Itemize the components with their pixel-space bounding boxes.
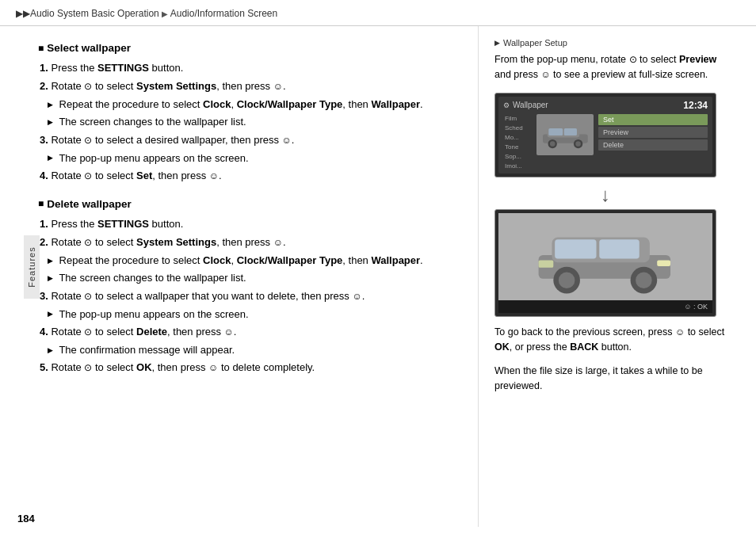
car-large-preview: [498, 213, 712, 300]
step-dw-1: 1. Press the SETTINGS button.: [38, 216, 462, 232]
svg-rect-11: [600, 239, 640, 258]
select-wallpaper-section: Select wallpaper 1. Press the SETTINGS b…: [38, 42, 462, 184]
side-item-tone: Tone: [503, 143, 532, 151]
select-wallpaper-heading: Select wallpaper: [38, 42, 462, 54]
step-sw-2-indent1: Repeat the procedure to select Clock, Cl…: [38, 97, 462, 113]
right-column: Wallpaper Setup From the pop-up menu, ro…: [479, 26, 740, 527]
breadcrumb: ▶▶ Audio System Basic Operation ▶ Audio/…: [0, 0, 756, 26]
popup-menu: Set Preview Delete: [598, 114, 708, 151]
sidebar-features-label: Features: [24, 235, 40, 299]
step-sw-2-indent2: The screen changes to the wallpaper list…: [38, 114, 462, 130]
side-item-mo: Mo...: [503, 133, 532, 142]
left-column: Select wallpaper 1. Press the SETTINGS b…: [30, 26, 479, 527]
step-sw-1: 1. Press the SETTINGS button.: [38, 60, 462, 76]
step-sw-4: 4. Rotate ⊙ to select Set, then press ☺.: [38, 168, 462, 184]
svg-rect-17: [657, 260, 670, 265]
delete-wallpaper-section: Delete wallpaper 1. Press the SETTINGS b…: [38, 198, 462, 376]
screen-header: ⚙ Wallpaper 12:34: [503, 100, 708, 111]
step-dw-2-indent1: Repeat the procedure to select Clock, Cl…: [38, 253, 462, 269]
car-svg-small: [540, 116, 591, 153]
menu-item-preview: Preview: [598, 127, 708, 138]
step-dw-3: 3. Rotate ⊙ to select a wallpaper that y…: [38, 288, 462, 304]
main-content: Select wallpaper 1. Press the SETTINGS b…: [14, 26, 756, 527]
step-dw-5: 5. Rotate ⊙ to select OK, then press ☺ t…: [38, 360, 462, 376]
step-dw-4-indent: The confirmation message will appear.: [38, 342, 462, 358]
breadcrumb-separator: ▶: [162, 10, 168, 18]
screen-time: 12:34: [683, 100, 708, 111]
step-dw-3-indent: The pop-up menu appears on the screen.: [38, 307, 462, 322]
screen-mockup-popup: ⚙ Wallpaper 12:34 Film Sched Mo... Tone …: [494, 93, 716, 177]
side-item-film: Film: [503, 114, 532, 123]
step-dw-2: 2. Rotate ⊙ to select System Settings, t…: [38, 235, 462, 250]
car-svg-large: [514, 219, 697, 294]
step-sw-3-indent: The pop-up menu appears on the screen.: [38, 151, 462, 166]
breadcrumb-part2: Audio/Information Screen: [170, 8, 277, 19]
step-dw-2-indent2: The screen changes to the wallpaper list…: [38, 270, 462, 286]
side-item-list: Film Sched Mo... Tone Sop... Imoi...: [503, 114, 532, 170]
arrow-down-container: ↓: [494, 185, 716, 204]
screen-inner-popup: ⚙ Wallpaper 12:34 Film Sched Mo... Tone …: [498, 97, 712, 174]
breadcrumb-arrows: ▶▶: [16, 8, 30, 19]
menu-item-delete: Delete: [598, 139, 708, 151]
car-thumbnail-small: [536, 114, 594, 155]
svg-point-13: [559, 272, 575, 288]
arrow-down-icon: ↓: [601, 185, 610, 204]
wallpaper-setup-label: Wallpaper Setup: [494, 38, 732, 48]
breadcrumb-part1: Audio System Basic Operation: [30, 8, 159, 19]
step-sw-3: 3. Rotate ⊙ to select a desired wallpape…: [38, 132, 462, 148]
page-number: 184: [17, 513, 35, 524]
svg-point-15: [636, 272, 652, 288]
svg-rect-10: [555, 239, 596, 258]
note-file-size: When the file size is large, it takes a …: [494, 364, 732, 395]
svg-point-5: [575, 142, 580, 147]
full-screen-mockup: ☺ : OK: [494, 209, 716, 317]
screen-body: Film Sched Mo... Tone Sop... Imoi...: [503, 114, 708, 170]
menu-item-set: Set: [598, 114, 708, 125]
step-sw-2: 2. Rotate ⊙ to select System Settings, t…: [38, 78, 462, 94]
side-item-imoi: Imoi...: [503, 162, 532, 170]
screen-title: ⚙ Wallpaper: [503, 101, 548, 109]
side-item-sched: Sched: [503, 124, 532, 132]
svg-rect-16: [539, 260, 554, 267]
svg-rect-7: [563, 128, 576, 135]
svg-point-3: [550, 142, 555, 147]
full-screen-footer: ☺ : OK: [498, 300, 712, 313]
note-back-button: To go back to the previous screen, press…: [494, 325, 732, 356]
wallpaper-setup-description: From the pop-up menu, rotate ⊙ to select…: [494, 52, 732, 83]
step-dw-4: 4. Rotate ⊙ to select Delete, then press…: [38, 324, 462, 340]
side-item-sop: Sop...: [503, 152, 532, 161]
ok-label: ☺ : OK: [684, 303, 708, 311]
delete-wallpaper-heading: Delete wallpaper: [38, 198, 462, 210]
svg-rect-6: [548, 128, 563, 135]
